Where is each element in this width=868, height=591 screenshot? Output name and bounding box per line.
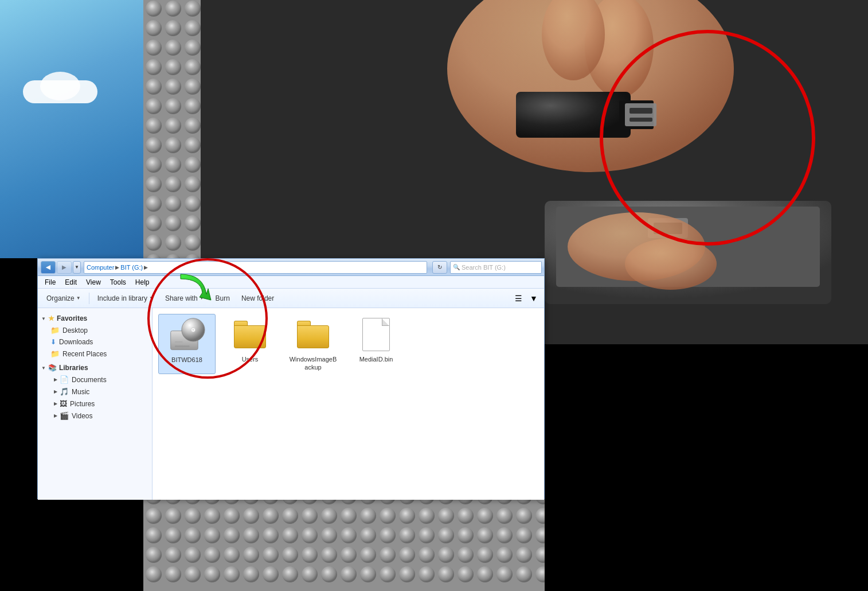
documents-expand-icon: ▶ xyxy=(54,377,57,382)
address-bar[interactable]: Computer ▶ BIT (G:) ▶ xyxy=(84,261,427,274)
sidebar-item-pictures[interactable]: ▶ 🖼 Pictures xyxy=(38,398,152,410)
folder-file-icon-backup xyxy=(295,316,331,353)
svg-point-627 xyxy=(477,566,493,582)
menu-help[interactable]: Help xyxy=(132,277,153,287)
svg-point-646 xyxy=(601,32,814,244)
organize-button[interactable]: Organize ▼ xyxy=(41,291,86,306)
sidebar-item-recent-places[interactable]: 📁 Recent Places xyxy=(38,348,152,360)
drive-breadcrumb[interactable]: BIT (G:) xyxy=(120,264,143,271)
explorer-window: ◀ ▶ ▼ Computer ▶ BIT (G:) ▶ ↻ 🔍 Search B… xyxy=(37,258,545,499)
svg-point-64 xyxy=(146,59,162,75)
view-toggle-button[interactable]: ☰ xyxy=(511,291,525,305)
svg-point-606 xyxy=(477,547,493,563)
svg-point-85 xyxy=(146,79,162,95)
sidebar-item-desktop[interactable]: 📁 Desktop xyxy=(38,324,152,336)
svg-point-580 xyxy=(380,527,396,543)
svg-point-585 xyxy=(477,527,493,543)
sidebar-item-videos[interactable]: ▶ 🎬 Videos xyxy=(38,410,152,422)
search-box[interactable]: 🔍 Search BIT (G:) xyxy=(450,261,542,274)
svg-point-652 xyxy=(192,329,194,331)
svg-point-66 xyxy=(185,59,201,75)
svg-point-578 xyxy=(341,527,357,543)
file-item-users[interactable]: Users xyxy=(221,314,279,374)
back-button[interactable]: ◀ xyxy=(41,261,56,274)
download-icon: ⬇ xyxy=(50,338,56,346)
new-folder-button[interactable]: New folder xyxy=(236,291,279,306)
svg-point-255 xyxy=(185,235,201,251)
favorites-header[interactable]: ▼ ★ Favorites xyxy=(38,313,152,324)
svg-point-615 xyxy=(243,566,259,582)
burn-button[interactable]: Burn xyxy=(210,291,235,306)
forward-button[interactable]: ▶ xyxy=(57,261,72,274)
breadcrumb-separator-2: ▶ xyxy=(144,265,148,270)
recent-button[interactable]: ▼ xyxy=(73,261,81,274)
refresh-button[interactable]: ↻ xyxy=(432,261,447,274)
svg-point-574 xyxy=(263,527,279,543)
menu-view[interactable]: View xyxy=(83,277,104,287)
file-item-bitwd618[interactable]: BITWD618 xyxy=(158,314,216,374)
svg-point-573 xyxy=(243,527,259,543)
svg-point-232 xyxy=(146,215,162,231)
svg-point-616 xyxy=(263,566,279,582)
svg-point-614 xyxy=(224,566,240,582)
svg-point-127 xyxy=(146,118,162,134)
svg-point-600 xyxy=(360,547,376,563)
svg-point-595 xyxy=(263,547,279,563)
svg-point-129 xyxy=(185,118,201,134)
svg-point-626 xyxy=(458,566,474,582)
music-expand-icon: ▶ xyxy=(54,389,57,394)
svg-point-107 xyxy=(165,98,181,114)
svg-point-597 xyxy=(302,547,318,563)
share-with-button[interactable]: Share with ▼ xyxy=(160,291,209,306)
star-icon: ★ xyxy=(48,314,54,322)
svg-point-621 xyxy=(360,566,376,582)
svg-point-43 xyxy=(146,40,162,56)
svg-point-549 xyxy=(185,508,201,524)
libraries-expand-icon: ▼ xyxy=(41,366,46,371)
svg-point-552 xyxy=(243,508,259,524)
svg-point-601 xyxy=(380,547,396,563)
content-area: ▼ ★ Favorites 📁 Desktop ⬇ Downloads 📁 Re… xyxy=(38,308,544,500)
documents-icon: 📄 xyxy=(60,375,69,384)
svg-point-558 xyxy=(360,508,376,524)
svg-point-605 xyxy=(458,547,474,563)
svg-point-582 xyxy=(419,527,435,543)
svg-point-547 xyxy=(146,508,162,524)
svg-point-563 xyxy=(458,508,474,524)
include-in-library-button[interactable]: Include in library ▼ xyxy=(92,291,159,306)
svg-point-22 xyxy=(146,20,162,36)
svg-point-619 xyxy=(321,566,337,582)
file-item-mediaid[interactable]: MediaID.bin xyxy=(347,314,405,374)
svg-point-579 xyxy=(360,527,376,543)
menu-edit[interactable]: Edit xyxy=(61,277,80,287)
toolbar: Organize ▼ Include in library ▼ Share wi… xyxy=(38,289,544,308)
svg-point-577 xyxy=(321,527,337,543)
svg-point-571 xyxy=(204,527,220,543)
computer-breadcrumb[interactable]: Computer xyxy=(87,264,114,271)
file-item-windowsimagebackup[interactable]: WindowsImageBackup xyxy=(284,314,342,374)
sidebar-item-downloads[interactable]: ⬇ Downloads xyxy=(38,336,152,348)
file-label-bitwd618: BITWD618 xyxy=(171,356,202,364)
svg-point-599 xyxy=(341,547,357,563)
videos-expand-icon: ▶ xyxy=(54,413,57,418)
svg-point-562 xyxy=(438,508,454,524)
sidebar-item-documents[interactable]: ▶ 📄 Documents xyxy=(38,374,152,386)
svg-point-2 xyxy=(165,1,181,17)
svg-point-548 xyxy=(165,508,181,524)
svg-point-169 xyxy=(146,157,162,173)
libraries-header[interactable]: ▼ 📚 Libraries xyxy=(38,362,152,374)
svg-point-628 xyxy=(496,566,513,582)
sidebar-item-music[interactable]: ▶ 🎵 Music xyxy=(38,386,152,398)
svg-point-564 xyxy=(477,508,493,524)
svg-point-554 xyxy=(282,508,298,524)
svg-point-624 xyxy=(419,566,435,582)
svg-rect-648 xyxy=(175,345,190,347)
menu-tools[interactable]: Tools xyxy=(107,277,130,287)
svg-point-576 xyxy=(302,527,318,543)
file-label-users: Users xyxy=(242,355,259,363)
menu-file[interactable]: File xyxy=(41,277,59,287)
svg-point-550 xyxy=(204,508,220,524)
view-dropdown-button[interactable]: ▼ xyxy=(527,291,541,305)
svg-point-561 xyxy=(419,508,435,524)
toolbar-separator-1 xyxy=(89,293,89,304)
